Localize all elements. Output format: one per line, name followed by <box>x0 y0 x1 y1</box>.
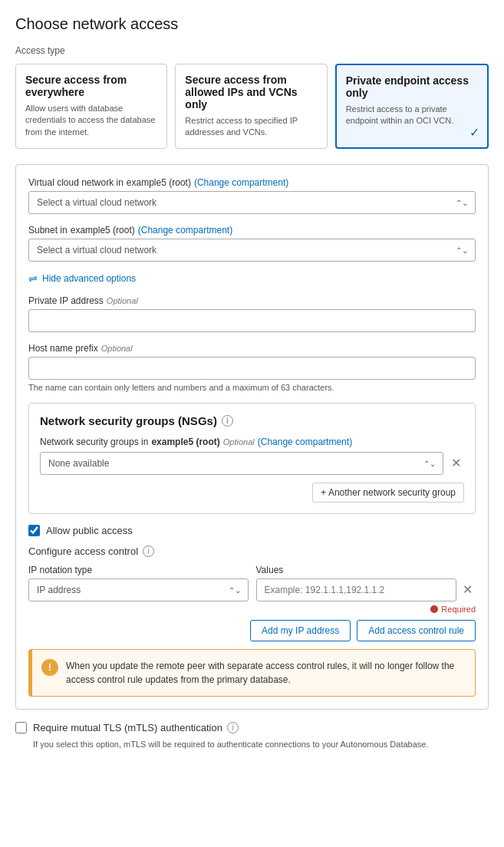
allow-public-access-row: Allow public access <box>28 525 476 536</box>
subnet-field-label: Subnet in example5 (root) (Change compar… <box>28 225 476 236</box>
subnet-compartment-name: example5 (root) <box>71 225 135 236</box>
access-card-title: Private endpoint access only <box>346 74 478 99</box>
configure-label-text: Configure access control <box>28 545 138 557</box>
vcn-select[interactable]: Select a virtual cloud network <box>28 191 476 214</box>
mtls-label: Require mutual TLS (mTLS) authentication… <box>33 722 239 733</box>
subnet-label-text: Subnet in <box>28 225 68 236</box>
configure-access-control-label: Configure access control i <box>28 545 476 557</box>
nsg-select[interactable]: None available <box>40 452 443 475</box>
subnet-select-wrapper: Select a virtual cloud network ⌃⌄ <box>28 239 476 262</box>
mtls-row: Require mutual TLS (mTLS) authentication… <box>15 722 239 733</box>
vcn-label-text: Virtual cloud network in <box>28 177 124 188</box>
ip-notation-select[interactable]: IP address <box>28 578 249 601</box>
nsg-change-compartment-link[interactable]: (Change compartment) <box>258 437 352 447</box>
host-name-hint: The name can contain only letters and nu… <box>28 383 476 392</box>
access-card-desc: Restrict access to a private endpoint wi… <box>346 104 478 127</box>
values-field-group: Values ✕ Required <box>256 565 476 614</box>
access-card-everywhere[interactable]: Secure access from everywhere Allow user… <box>15 64 167 149</box>
add-my-ip-button[interactable]: Add my IP address <box>250 620 351 641</box>
nsg-optional-text: Optional <box>223 437 255 447</box>
required-badge: Required <box>256 605 476 614</box>
advanced-toggle-label: Hide advanced options <box>42 273 136 284</box>
private-ip-label: Private IP address Optional <box>28 295 476 306</box>
access-type-row: Secure access from everywhere Allow user… <box>15 64 489 149</box>
vcn-field-label: Virtual cloud network in example5 (root)… <box>28 177 476 188</box>
warning-text: When you update the remote peer with sep… <box>66 659 466 687</box>
main-config-section: Virtual cloud network in example5 (root)… <box>15 164 489 710</box>
vcn-field-group: Virtual cloud network in example5 (root)… <box>28 177 476 214</box>
required-dot <box>430 605 438 613</box>
private-ip-input[interactable] <box>28 309 476 332</box>
nsg-row: None available ⌃⌄ ✕ <box>40 452 464 475</box>
access-card-title: Secure access from everywhere <box>25 74 157 98</box>
action-buttons-row: Add my IP address Add access control rul… <box>28 620 476 641</box>
configure-info-icon[interactable]: i <box>143 545 154 557</box>
host-name-optional-text: Optional <box>101 344 133 353</box>
allow-public-access-label: Allow public access <box>46 525 133 536</box>
nsg-select-wrapper: None available ⌃⌄ <box>40 452 443 475</box>
host-name-field-group: Host name prefix Optional The name can c… <box>28 343 476 392</box>
vcn-select-wrapper: Select a virtual cloud network ⌃⌄ <box>28 191 476 214</box>
private-ip-optional-text: Optional <box>107 296 138 305</box>
sliders-icon: ⇌ <box>28 272 38 285</box>
vcn-compartment-name: example5 (root) <box>127 177 191 188</box>
page-title: Choose network access <box>15 15 489 33</box>
host-name-label-text: Host name prefix <box>28 343 98 354</box>
access-card-private-endpoint[interactable]: Private endpoint access only Restrict ac… <box>335 64 489 149</box>
nsg-in-label: Network security groups in <box>40 437 148 447</box>
host-name-input[interactable] <box>28 357 476 380</box>
mtls-section: Require mutual TLS (mTLS) authentication… <box>15 722 489 749</box>
values-input[interactable] <box>256 578 457 601</box>
access-card-desc: Restrict access to specified IP addresse… <box>185 115 317 139</box>
values-label: Values <box>256 565 476 575</box>
nsg-remove-button[interactable]: ✕ <box>448 454 464 472</box>
host-name-label: Host name prefix Optional <box>28 343 476 354</box>
vcn-change-compartment-link[interactable]: (Change compartment) <box>194 177 288 188</box>
warning-box: ! When you update the remote peer with s… <box>28 649 476 697</box>
add-access-rule-button[interactable]: Add access control rule <box>357 620 476 641</box>
subnet-field-group: Subnet in example5 (root) (Change compar… <box>28 225 476 262</box>
ip-notation-field-group: IP notation type IP address ⌃⌄ <box>28 565 249 614</box>
nsg-field-label: Network security groups in example5 (roo… <box>40 437 464 447</box>
mtls-info-icon[interactable]: i <box>227 722 239 733</box>
access-card-desc: Allow users with database credentials to… <box>25 103 157 138</box>
nsg-info-icon[interactable]: i <box>222 415 233 427</box>
values-clear-button[interactable]: ✕ <box>460 581 476 598</box>
allow-public-access-checkbox[interactable] <box>28 525 40 536</box>
private-ip-label-text: Private IP address <box>28 295 104 306</box>
nsg-title: Network security groups (NSGs) i <box>40 414 464 427</box>
private-ip-field-group: Private IP address Optional <box>28 295 476 332</box>
subnet-select[interactable]: Select a virtual cloud network <box>28 239 476 262</box>
access-type-label: Access type <box>15 45 489 56</box>
nsg-compartment-name: example5 (root) <box>151 437 219 447</box>
nsg-title-text: Network security groups (NSGs) <box>40 414 217 427</box>
nsg-footer: + Another network security group <box>40 483 464 503</box>
ip-notation-values-row: IP notation type IP address ⌃⌄ Values ✕ … <box>28 565 476 614</box>
mtls-label-text: Require mutual TLS (mTLS) authentication <box>33 722 222 733</box>
ip-notation-select-wrapper: IP address ⌃⌄ <box>28 578 249 601</box>
mtls-checkbox[interactable] <box>15 722 27 733</box>
nsg-section: Network security groups (NSGs) i Network… <box>28 403 476 514</box>
mtls-description: If you select this option, mTLS will be … <box>33 740 428 749</box>
add-nsg-button[interactable]: + Another network security group <box>312 483 464 503</box>
advanced-toggle-button[interactable]: ⇌ Hide advanced options <box>28 272 476 285</box>
access-card-title: Secure access from allowed IPs and VCNs … <box>185 74 317 110</box>
required-label-text: Required <box>441 605 476 614</box>
subnet-change-compartment-link[interactable]: (Change compartment) <box>138 225 232 236</box>
ip-notation-label: IP notation type <box>28 565 249 575</box>
warning-icon: ! <box>41 659 58 676</box>
selected-check-icon: ✓ <box>469 125 479 140</box>
access-card-allowed-ips[interactable]: Secure access from allowed IPs and VCNs … <box>175 64 327 149</box>
